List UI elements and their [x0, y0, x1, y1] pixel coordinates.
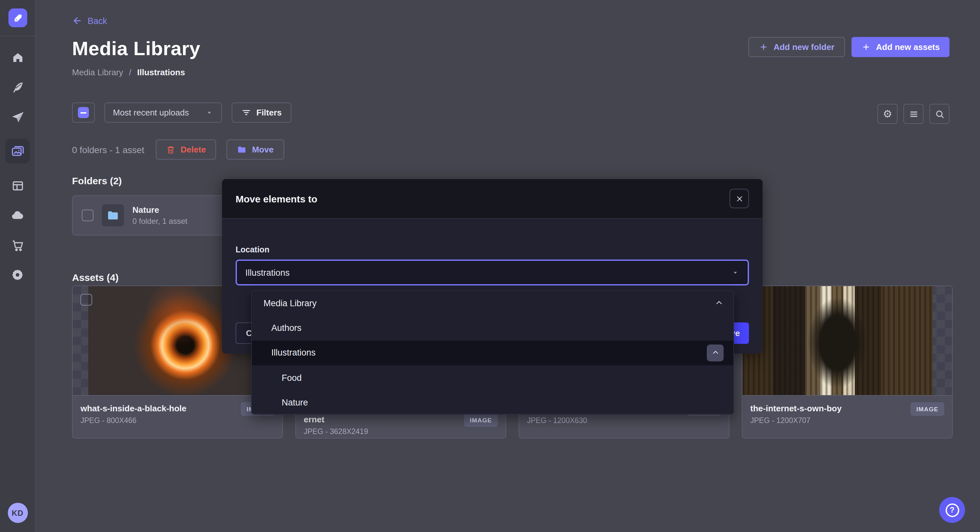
- dropdown-item-food[interactable]: Food: [252, 365, 733, 390]
- add-new-folder-button[interactable]: Add new folder: [748, 37, 845, 57]
- trash-icon: [167, 145, 175, 154]
- asset-card-internet-own-boy[interactable]: the-internet-s-own-boy JPEG - 1200X707 I…: [742, 286, 953, 438]
- strapi-logo-icon[interactable]: [8, 8, 27, 27]
- asset-name: what-s-inside-a-black-hole: [81, 403, 230, 413]
- asset-meta: JPEG - 3628X2419: [304, 427, 498, 435]
- asset-thumbnail: [743, 286, 952, 396]
- app-root: KD Back Media Library Media Library / Il…: [0, 0, 980, 532]
- filters-label: Filters: [256, 108, 282, 118]
- home-icon[interactable]: [6, 49, 29, 65]
- folder-icon: [237, 145, 247, 154]
- settings-button[interactable]: ⚙: [877, 104, 897, 124]
- location-dropdown: Media Library Authors Illustrations Food…: [251, 290, 734, 414]
- back-label: Back: [88, 16, 107, 25]
- cart-icon[interactable]: [6, 237, 29, 253]
- dropdown-item-authors[interactable]: Authors: [252, 316, 733, 341]
- caret-down-icon: [205, 108, 213, 117]
- filters-button[interactable]: Filters: [232, 103, 291, 122]
- dropdown-item-label: Authors: [271, 323, 301, 333]
- select-all-checkbox[interactable]: [72, 103, 95, 122]
- cloud-icon[interactable]: [6, 208, 29, 223]
- add-new-assets-label: Add new assets: [876, 42, 940, 52]
- sort-select[interactable]: Most recent uploads: [105, 103, 222, 122]
- layout-icon[interactable]: [6, 178, 29, 193]
- chevron-up-icon[interactable]: [714, 299, 724, 308]
- folders-heading: Folders (2): [72, 175, 122, 186]
- sidebar-nav: [5, 49, 30, 283]
- sidebar-divider: [0, 36, 35, 37]
- dropdown-item-label: Media Library: [264, 298, 317, 308]
- sidebar: KD: [0, 0, 36, 532]
- selection-summary: 0 folders - 1 asset: [72, 145, 145, 155]
- dropdown-item-label: Nature: [282, 398, 308, 408]
- dropdown-item-illustrations[interactable]: Illustrations: [252, 341, 733, 365]
- gear-icon[interactable]: [6, 267, 29, 283]
- filter-icon: [242, 108, 251, 118]
- dropdown-item-media-library[interactable]: Media Library: [252, 291, 733, 316]
- asset-meta: JPEG - 1200X707: [750, 416, 944, 424]
- page-title: Media Library: [72, 38, 200, 60]
- location-select-value: Illustrations: [245, 268, 290, 277]
- back-link[interactable]: Back: [72, 16, 200, 26]
- image-badge: IMAGE: [464, 413, 498, 427]
- library-photo-image: [743, 286, 932, 395]
- caret-down-icon: [732, 268, 739, 276]
- breadcrumb-parent[interactable]: Media Library: [72, 67, 123, 77]
- asset-meta: JPEG - 800X466: [81, 416, 275, 424]
- search-icon: [934, 109, 945, 119]
- collapse-children-button[interactable]: [707, 345, 724, 361]
- asset-meta: JPEG - 1200X630: [527, 416, 721, 424]
- asset-checkbox[interactable]: [81, 294, 92, 306]
- arrow-left-icon: [72, 16, 83, 26]
- gear-icon: ⚙: [883, 108, 892, 120]
- asset-name: the-internet-s-own-boy: [750, 403, 899, 413]
- search-button[interactable]: [929, 104, 950, 124]
- breadcrumb: Media Library / Illustrations: [72, 67, 200, 77]
- close-button[interactable]: [729, 189, 749, 208]
- media-library-icon[interactable]: [5, 139, 30, 164]
- image-badge: IMAGE: [910, 402, 944, 416]
- chevron-up-icon: [711, 349, 719, 357]
- delete-button[interactable]: Delete: [156, 140, 216, 160]
- assets-heading: Assets (4): [72, 272, 118, 283]
- folder-name: Nature: [132, 205, 187, 215]
- move-label: Move: [252, 145, 274, 154]
- paper-plane-icon[interactable]: [6, 109, 29, 125]
- list-icon: [908, 109, 919, 119]
- folder-tile: [102, 204, 124, 226]
- dropdown-item-label: Illustrations: [271, 348, 316, 358]
- dropdown-item-label: Food: [282, 373, 302, 383]
- add-new-folder-label: Add new folder: [774, 42, 835, 52]
- folder-meta: 0 folder, 1 asset: [132, 217, 187, 226]
- plus-icon: [759, 42, 768, 52]
- location-label: Location: [235, 245, 269, 254]
- feather-icon[interactable]: [6, 79, 29, 95]
- sort-select-value: Most recent uploads: [113, 108, 189, 118]
- folder-blue-icon: [107, 209, 119, 222]
- breadcrumb-separator: /: [129, 67, 131, 77]
- asset-name: ernet: [304, 414, 453, 424]
- location-select[interactable]: Illustrations: [235, 259, 749, 286]
- add-new-assets-button[interactable]: Add new assets: [851, 37, 950, 57]
- plus-icon: [861, 42, 871, 52]
- move-button[interactable]: Move: [227, 140, 284, 160]
- question-mark-icon: ?: [945, 503, 959, 517]
- list-view-button[interactable]: [904, 104, 924, 124]
- close-icon: [735, 194, 743, 203]
- user-avatar[interactable]: KD: [8, 503, 28, 523]
- breadcrumb-current: Illustrations: [137, 67, 185, 77]
- folder-checkbox[interactable]: [82, 210, 94, 221]
- help-button[interactable]: ?: [939, 497, 965, 523]
- indeterminate-checkbox-icon: [78, 107, 89, 118]
- dropdown-item-nature[interactable]: Nature: [252, 390, 733, 414]
- delete-label: Delete: [181, 145, 206, 154]
- modal-title: Move elements to: [235, 193, 317, 204]
